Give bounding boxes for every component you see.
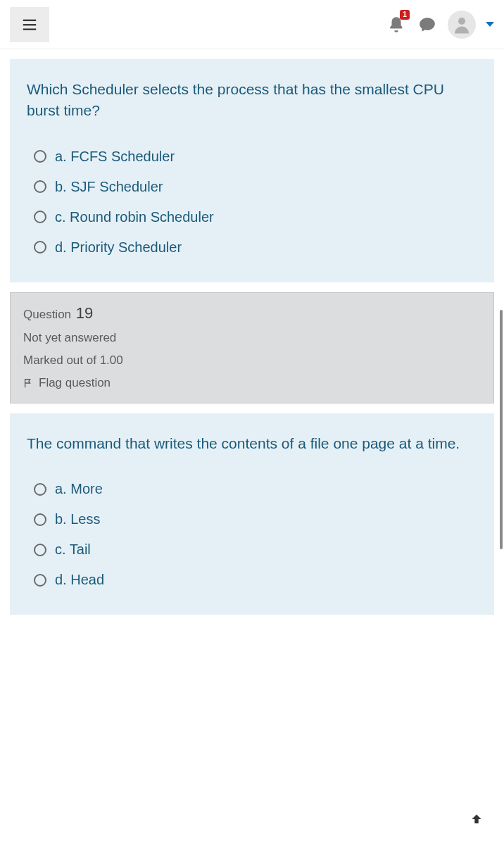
option-label: a. More [55,481,103,497]
flag-icon [23,378,33,388]
user-menu-caret[interactable] [486,22,494,27]
header-right: 1 [386,11,494,39]
question-status: Not yet answered [23,331,481,345]
chat-icon [418,15,436,34]
option-19-b[interactable]: b. Less [34,504,477,534]
question-number: 19 [76,304,93,322]
arrow-up-icon [470,812,483,826]
notification-badge: 1 [400,10,410,20]
radio-icon [34,544,46,556]
question-marks: Marked out of 1.00 [23,353,481,368]
radio-icon [34,483,46,496]
radio-icon [34,241,46,254]
option-18-d[interactable]: d. Priority Scheduler [34,232,477,263]
question-label: Question [23,308,71,321]
question-19-options: a. More b. Less c. Tail d. Head [27,474,477,595]
scrollbar-thumb[interactable] [500,310,503,549]
question-18-panel: Which Scheduler selects the process that… [10,59,494,282]
question-number-line: Question 19 [23,304,481,323]
menu-button[interactable] [10,7,49,42]
content-area: Which Scheduler selects the process that… [0,49,504,615]
option-18-c[interactable]: c. Round robin Scheduler [34,202,477,232]
option-19-a[interactable]: a. More [34,474,477,504]
question-19-meta: Question 19 Not yet answered Marked out … [10,292,494,403]
option-label: b. Less [55,511,100,527]
option-label: b. SJF Scheduler [55,179,163,195]
radio-icon [34,513,46,526]
hamburger-icon [22,17,37,32]
svg-point-3 [458,18,465,25]
option-label: c. Round robin Scheduler [55,209,214,225]
option-label: a. FCFS Scheduler [55,149,175,165]
radio-icon [34,150,46,163]
flag-label: Flag question [39,376,111,390]
radio-icon [34,211,46,223]
messages-button[interactable] [417,14,438,35]
radio-icon [34,574,46,587]
notifications-button[interactable]: 1 [386,14,407,35]
user-avatar[interactable] [448,11,476,39]
question-19-text: The command that writes the contents of … [27,433,477,454]
option-18-a[interactable]: a. FCFS Scheduler [34,142,477,172]
avatar-icon [451,14,472,35]
question-19-panel: The command that writes the contents of … [10,413,494,615]
svg-rect-1 [23,24,36,25]
option-label: d. Priority Scheduler [55,239,182,256]
question-18-options: a. FCFS Scheduler b. SJF Scheduler c. Ro… [27,142,477,263]
svg-rect-2 [23,28,36,30]
flag-question-link[interactable]: Flag question [23,376,481,390]
question-18-text: Which Scheduler selects the process that… [27,79,477,122]
option-19-c[interactable]: c. Tail [34,534,477,565]
svg-rect-0 [23,19,36,20]
header-bar: 1 [0,0,504,49]
radio-icon [34,180,46,193]
option-19-d[interactable]: d. Head [34,565,477,595]
back-to-top-button[interactable] [466,808,487,830]
option-18-b[interactable]: b. SJF Scheduler [34,172,477,202]
option-label: d. Head [55,572,104,588]
option-label: c. Tail [55,542,91,558]
